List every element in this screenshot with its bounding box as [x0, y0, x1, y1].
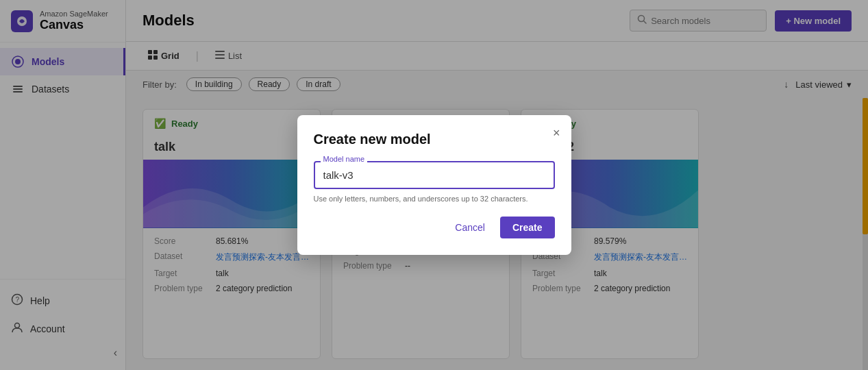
modal-title: Create new model: [314, 132, 555, 147]
modal-overlay: Create new model × Model name Use only l…: [0, 0, 868, 370]
cancel-button[interactable]: Cancel: [447, 217, 493, 238]
modal-actions: Cancel Create: [314, 217, 555, 238]
model-name-field-label: Model name: [321, 155, 368, 163]
create-button[interactable]: Create: [500, 217, 555, 238]
modal-hint: Use only letters, numbers, and underscor…: [314, 195, 555, 203]
model-name-field: Model name: [314, 161, 555, 189]
model-name-input[interactable]: [314, 161, 555, 189]
create-model-modal: Create new model × Model name Use only l…: [297, 115, 571, 255]
modal-close-button[interactable]: ×: [553, 126, 560, 140]
